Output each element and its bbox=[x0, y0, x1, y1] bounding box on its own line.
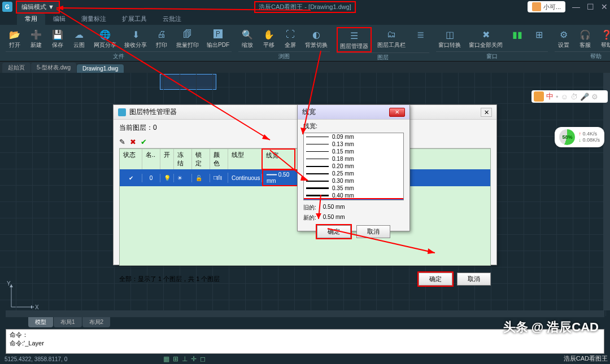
col-lock[interactable]: 锁定 bbox=[192, 149, 210, 169]
dialog-icon bbox=[118, 108, 126, 116]
tab-common[interactable]: 常用 bbox=[17, 14, 45, 25]
lw-item-selected[interactable]: 0.50 mm bbox=[304, 199, 403, 200]
print-button[interactable]: 🖨打印 bbox=[152, 27, 171, 50]
layer-cancel-button[interactable]: 取消 bbox=[457, 273, 491, 286]
layout2-tab[interactable]: 布局2 bbox=[82, 317, 111, 327]
layer-ok-button[interactable]: 确定 bbox=[419, 273, 452, 286]
lw-item[interactable]: 0.13 mm bbox=[304, 141, 403, 148]
col-freeze[interactable]: 冻结 bbox=[174, 149, 192, 169]
lineweight-cell[interactable]: ━━━ 0.50 mm bbox=[262, 169, 298, 186]
tab-start[interactable]: 起始页 bbox=[2, 63, 30, 73]
lw-item[interactable]: 0.40 mm bbox=[304, 192, 403, 199]
tab-ext[interactable]: 扩展工具 bbox=[114, 14, 155, 25]
cloud-button[interactable]: ☁云图 bbox=[70, 27, 88, 50]
user-chip[interactable]: 小可... bbox=[528, 1, 565, 12]
lw-item[interactable]: 0.25 mm bbox=[304, 170, 403, 177]
col-name[interactable]: 名.. bbox=[142, 149, 160, 169]
exportpdf-button[interactable]: 🅿输出PDF bbox=[204, 27, 232, 50]
bgswitch-button[interactable]: ◐背景切换 bbox=[303, 27, 330, 50]
col-on[interactable]: 开 bbox=[160, 149, 174, 169]
lw-item[interactable]: 0.20 mm bbox=[304, 163, 403, 170]
col-lweight[interactable]: 线宽 bbox=[262, 148, 295, 170]
col-color[interactable]: 颜色 bbox=[210, 149, 228, 169]
lw-close-button[interactable]: ✕ bbox=[389, 108, 405, 117]
cloud-icon: ☁ bbox=[72, 28, 86, 41]
save-button[interactable]: 💾保存 bbox=[49, 27, 67, 50]
fullscreen-icon: ⛶ bbox=[284, 28, 297, 41]
layout1-tab[interactable]: 布局1 bbox=[54, 317, 82, 327]
polar-icon[interactable]: ✛ bbox=[191, 355, 197, 363]
settings-button[interactable]: ⚙设置 bbox=[555, 27, 573, 50]
zoom-button[interactable]: 🔍缩放 bbox=[238, 27, 256, 50]
pan-button[interactable]: ✋平移 bbox=[260, 27, 278, 50]
lineweight-list[interactable]: 0.09 mm 0.13 mm 0.15 mm 0.18 mm 0.20 mm … bbox=[303, 133, 404, 200]
new-button[interactable]: ➕新建 bbox=[27, 27, 45, 50]
lw-ok-button[interactable]: 确定 bbox=[317, 225, 351, 238]
winconv-button[interactable]: ◫窗口转换 bbox=[436, 27, 463, 50]
ime-punct-icon[interactable]: • bbox=[556, 93, 559, 101]
minimize-button[interactable]: — bbox=[572, 2, 580, 11]
tab-measure[interactable]: 测量标注 bbox=[73, 14, 114, 25]
tab-cloud[interactable]: 云批注 bbox=[155, 14, 189, 25]
lw-item[interactable]: 0.09 mm bbox=[304, 133, 403, 141]
layertoolbar-button[interactable]: 🗂图层工具栏 bbox=[375, 27, 408, 52]
ime-mic-icon[interactable]: 🎤 bbox=[580, 93, 589, 101]
winconv-icon: ◫ bbox=[443, 28, 456, 41]
dialog-close-button[interactable]: ✕ bbox=[481, 108, 492, 117]
watermark: 头条 @ 浩辰CAD bbox=[503, 319, 599, 336]
fullscreen-button[interactable]: ⛶全屏 bbox=[281, 27, 299, 50]
ime-ch-icon[interactable]: 中 bbox=[546, 91, 554, 102]
brand-stamp: 浩辰CAD看图王 bbox=[564, 354, 608, 363]
ime-emoji-icon[interactable]: ☺ bbox=[561, 93, 568, 101]
mode-dropdown[interactable]: 编辑模式 ▼ bbox=[16, 1, 60, 14]
layermgr-button[interactable]: ☰图层管理器 bbox=[337, 27, 372, 52]
set-current-icon[interactable]: ✔ bbox=[141, 138, 147, 146]
speed-widget[interactable]: 58% 0.4K/s0.08K/s bbox=[555, 127, 604, 147]
maximize-button[interactable]: ☐ bbox=[587, 2, 594, 11]
snap-icon[interactable]: ▦ bbox=[163, 355, 169, 363]
v-scrollbar[interactable] bbox=[603, 73, 610, 310]
window-title: 浩辰CAD看图王 - [Drawing1.dwg] bbox=[254, 1, 356, 13]
tab-doc1[interactable]: 5-型材表.dwg bbox=[31, 63, 76, 73]
tab-edit[interactable]: 编辑 bbox=[45, 14, 73, 25]
lw-cancel-button[interactable]: 取消 bbox=[356, 225, 390, 238]
lw-item[interactable]: 0.15 mm bbox=[304, 148, 403, 155]
open-button[interactable]: 📂打开 bbox=[6, 27, 24, 50]
h-scrollbar[interactable] bbox=[6, 310, 604, 317]
space-tabs: 模型 布局1 布局2 bbox=[28, 317, 110, 327]
lw-item[interactable]: 0.30 mm bbox=[304, 177, 403, 185]
win-a[interactable]: ▮▮ bbox=[508, 27, 526, 50]
closeall-button[interactable]: ✖窗口全部关闭 bbox=[467, 27, 505, 50]
lw-item[interactable]: 0.35 mm bbox=[304, 185, 403, 192]
new-layer-icon[interactable]: ✎ bbox=[119, 138, 125, 146]
delete-layer-icon[interactable]: ✖ bbox=[130, 138, 136, 146]
ortho-icon[interactable]: ⊥ bbox=[182, 355, 188, 363]
col-ltype[interactable]: 线型 bbox=[228, 149, 262, 169]
layers-button[interactable]: ≣ bbox=[411, 27, 429, 52]
group-layer: 图层 bbox=[337, 52, 429, 62]
model-tab[interactable]: 模型 bbox=[28, 317, 53, 327]
document-tabs: 起始页 5-型材表.dwg Drawing1.dwg bbox=[0, 62, 610, 73]
close-button[interactable]: ✕ bbox=[601, 2, 608, 11]
service-button[interactable]: 🎧客服 bbox=[576, 27, 594, 50]
webshare-button[interactable]: 🌐网页分享 bbox=[91, 27, 119, 50]
col-status[interactable]: 状态 bbox=[120, 149, 142, 169]
headset-icon: 🎧 bbox=[578, 28, 592, 41]
grid-snap-icon[interactable]: ⊞ bbox=[173, 355, 178, 363]
tab-doc2[interactable]: Drawing1.dwg bbox=[77, 64, 124, 73]
ribbon: 📂打开 ➕新建 💾保存 ☁云图 🌐网页分享 ⬇接收分享 🖨打印 🗐批量打印 🅿输… bbox=[0, 25, 610, 62]
ime-clock-icon[interactable]: ⏱ bbox=[570, 93, 578, 101]
osnap-icon[interactable]: ◻ bbox=[200, 355, 206, 363]
help-button[interactable]: ❓帮助 bbox=[598, 27, 610, 50]
win2-icon: ⊞ bbox=[532, 28, 546, 41]
svg-text:X: X bbox=[35, 304, 39, 310]
recvshare-button[interactable]: ⬇接收分享 bbox=[122, 27, 149, 50]
ucs-icon: YX bbox=[6, 279, 40, 313]
ime-toolbar[interactable]: 中 • ☺ ⏱ 🎤 ⚙ bbox=[531, 90, 608, 103]
layers-icon: ☰ bbox=[347, 29, 361, 42]
ime-gear-icon[interactable]: ⚙ bbox=[591, 93, 598, 101]
win-b[interactable]: ⊞ bbox=[530, 27, 548, 50]
lw-item[interactable]: 0.18 mm bbox=[304, 155, 403, 163]
batchprint-button[interactable]: 🗐批量打印 bbox=[174, 27, 201, 50]
batch-icon: 🗐 bbox=[181, 28, 194, 41]
